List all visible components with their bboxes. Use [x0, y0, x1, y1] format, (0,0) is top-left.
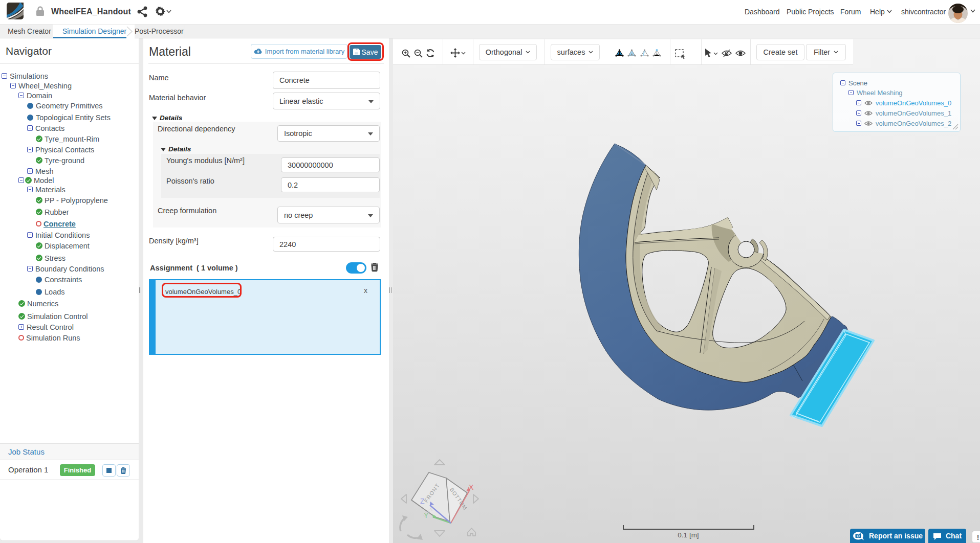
- svg-text:Z: Z: [420, 497, 425, 505]
- svg-text:0.1 [m]: 0.1 [m]: [678, 531, 699, 539]
- svg-text:X: X: [469, 483, 474, 491]
- svg-text:Y: Y: [424, 511, 429, 519]
